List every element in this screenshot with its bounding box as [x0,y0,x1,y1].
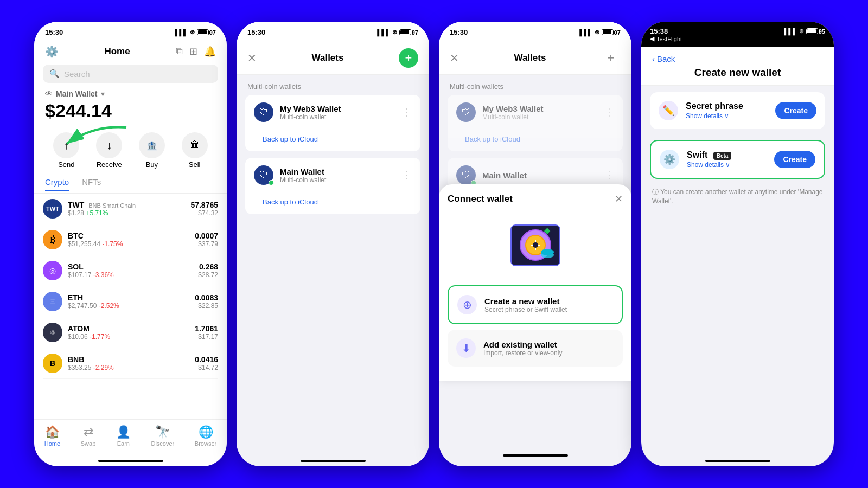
svg-point-6 [533,242,538,248]
nav-home[interactable]: 🏠 Home [44,425,60,447]
search-icon: 🔍 [49,69,60,79]
connect-close-icon[interactable]: ✕ [615,193,623,205]
wifi-icon-2: ⊛ [392,29,397,36]
testflight-label-row: ◀ TestFlight [650,35,825,42]
secret-phrase-info: Secret phrase Show details ∨ [686,101,768,120]
list-item[interactable]: ◎ SOL $107.17 -3.36% 0.268 $28.72 [43,255,218,286]
bnb-icon: B [43,354,62,373]
add-wallet-button-3[interactable]: + [601,48,621,68]
time-4: 15:38 [650,27,668,35]
sol-amounts: 0.268 $28.72 [198,262,218,279]
wallet-section: 👁 Main Wallet ▾ $244.14 [34,87,227,126]
atom-info: ATOM $10.06 -1.77% [68,324,195,341]
phone-2: 15:30 ▌▌▌ ⊛ 97 ✕ Wallets + Multi-coin wa… [237,22,429,466]
info-text: ⓘ You can create another wallet at anyti… [652,188,823,206]
status-bar-1: 15:30 ▌▌▌ ⊛ 97 [34,22,227,41]
wallet-item-web3-3[interactable]: 🛡 My Web3 Wallet Multi-coin wallet ⋮ [448,95,623,130]
wallet-label[interactable]: Main Wallet [56,89,98,98]
list-item[interactable]: TWT TWT BNB Smart Chain $1.28 +5.71% 57.… [43,194,218,224]
list-item[interactable]: B BNB $353.25 -2.29% 0.0416 $14.72 [43,348,218,379]
chevron-down-icon-option2: ∨ [725,161,730,169]
home-header: ⚙️ Home ⧉ ⊞ 🔔 [34,41,227,62]
wallet-card-web3-3: 🛡 My Web3 Wallet Multi-coin wallet ⋮ Bac… [448,95,623,151]
create-wallet-title: Create new wallet [652,67,823,79]
connect-wallet-modal: Connect wallet ✕ [439,184,631,381]
eth-icon: Ξ [43,292,62,311]
battery-1: 97 [197,29,216,36]
wallet-card-web3-2: 🛡 My Web3 Wallet Multi-coin wallet ⋮ Bac… [245,95,420,151]
twt-info: TWT BNB Smart Chain $1.28 +5.71% [68,201,190,217]
buy-button[interactable]: 🏦 Buy [139,132,165,169]
send-button[interactable]: ↑ Send [53,132,79,169]
plus-circle-icon: ⊕ [457,295,477,314]
back-arrow-icon: ‹ [652,54,655,63]
twt-amounts: 57.8765 $74.32 [190,201,218,217]
receive-button[interactable]: ↓ Receive [96,132,122,169]
wallets-header-2: ✕ Wallets + [237,41,429,75]
list-item[interactable]: ₿ BTC $51,255.44 -1.75% 0.0007 $37.79 [43,224,218,255]
wallet-info-web3-2: My Web3 Wallet Multi-coin wallet [280,104,395,121]
wallet-item-web3-2[interactable]: 🛡 My Web3 Wallet Multi-coin wallet ⋮ [245,95,420,130]
close-button-2[interactable]: ✕ [247,52,257,65]
time-2: 15:30 [247,28,265,36]
more-icon-web3-3[interactable]: ⋮ [604,106,614,118]
sol-info: SOL $107.17 -3.36% [68,262,198,279]
add-wallet-button-2[interactable]: + [399,48,418,68]
wallet-actions: ↑ Send ↓ Receive 🏦 Buy 🏛 Sell [34,126,227,175]
atom-icon: ⚛ [43,323,62,342]
create-swift-button[interactable]: Create [774,151,815,168]
swift-option: ⚙️ Swift Beta Show details ∨ Create [650,140,825,179]
wallet-name-row: 👁 Main Wallet ▾ [45,89,216,98]
eth-info: ETH $2,747.50 -2.52% [68,293,195,310]
bell-icon[interactable]: 🔔 [204,46,216,57]
wallets-header-3: ✕ Wallets + [439,41,631,75]
bnb-info: BNB $353.25 -2.29% [68,355,195,371]
nav-earn[interactable]: 👤 Earn [116,425,131,447]
grid-icon[interactable]: ⊞ [189,46,197,57]
status-bar-3: 15:30 ▌▌▌ ⊛ 97 [439,22,631,41]
nav-swap[interactable]: ⇄ Swap [81,425,96,447]
back-button[interactable]: ‹ Back [652,54,823,63]
backup-link-web3-3: Back up to iCloud [456,130,614,151]
wallet-icon-main-3: 🛡 [456,165,476,185]
wallet-icon-main-2: 🛡 [254,165,273,185]
more-icon-main-3[interactable]: ⋮ [604,169,614,181]
section-label-3: Multi-coin wallets [439,75,631,95]
wallet-icon-web3-2: 🛡 [254,102,273,122]
list-item[interactable]: Ξ ETH $2,747.50 -2.52% 0.0083 $22.85 [43,286,218,317]
nav-discover[interactable]: 🔭 Discover [151,425,174,447]
tab-crypto[interactable]: Crypto [45,177,69,191]
nav-browser[interactable]: 🌐 Browser [195,425,216,447]
create-new-wallet-option[interactable]: ⊕ Create a new wallet Secret phrase or S… [448,285,623,324]
search-bar[interactable]: 🔍 Search [43,65,218,83]
wifi-icon-4: ⊛ [799,28,804,35]
time-3: 15:30 [450,28,468,36]
svg-point-5 [541,249,554,255]
swift-info: Swift Beta Show details ∨ [687,150,767,169]
chevron-down-icon-option1: ∨ [724,112,729,120]
list-item[interactable]: ⚛ ATOM $10.06 -1.77% 1.7061 $17.17 [43,317,218,348]
gear-icon[interactable]: ⚙️ [45,45,59,58]
more-icon-web3-2[interactable]: ⋮ [402,106,412,118]
connect-title: Connect wallet [448,194,513,204]
back-chevron-icon: ◀ [650,35,654,42]
wallet-icon-web3-3: 🛡 [456,102,476,122]
create-secret-phrase-button[interactable]: Create [775,102,816,119]
wallet-item-main-2[interactable]: 🛡 Main Wallet Multi-coin wallet ⋮ [245,158,420,192]
sell-button[interactable]: 🏛 Sell [182,132,208,169]
battery-2: 97 [399,29,418,36]
copy-icon[interactable]: ⧉ [176,46,183,57]
back-label: Back [657,54,675,63]
wallet-info-main-3: Main Wallet [482,171,598,180]
testflight-label: TestFlight [656,36,682,42]
home-indicator-2 [301,460,366,462]
beta-badge: Beta [713,152,732,160]
more-icon-main-2[interactable]: ⋮ [402,169,412,181]
status-bar-4: 15:38 ▌▌▌ ⊛ 95 ◀ TestFlight [641,22,834,47]
add-existing-wallet-option[interactable]: ⬇ Add existing wallet Import, restore or… [448,330,623,367]
active-dot-2 [269,180,274,185]
signal-icon-4: ▌▌▌ [784,28,796,35]
tab-nfts[interactable]: NFTs [82,177,101,191]
close-button-3[interactable]: ✕ [450,52,459,65]
home-indicator-4 [705,460,770,462]
